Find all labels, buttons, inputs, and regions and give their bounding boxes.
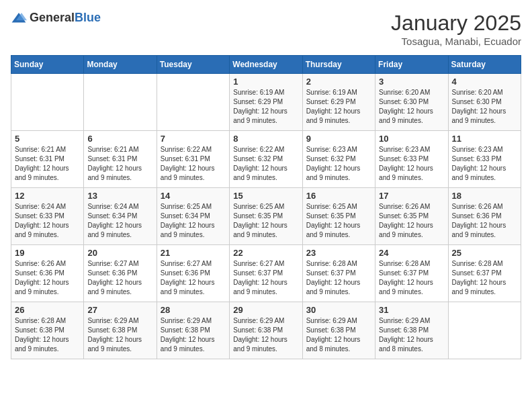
day-info: Sunrise: 6:21 AM Sunset: 6:31 PM Dayligh… <box>15 145 80 183</box>
day-info: Sunrise: 6:28 AM Sunset: 6:38 PM Dayligh… <box>15 316 80 354</box>
day-number: 18 <box>452 191 517 201</box>
calendar-week-4: 19Sunrise: 6:26 AM Sunset: 6:36 PM Dayli… <box>11 245 521 302</box>
calendar-cell: 30Sunrise: 6:29 AM Sunset: 6:38 PM Dayli… <box>302 302 375 359</box>
day-info: Sunrise: 6:27 AM Sunset: 6:36 PM Dayligh… <box>87 259 152 297</box>
day-info: Sunrise: 6:25 AM Sunset: 6:34 PM Dayligh… <box>161 202 226 240</box>
day-info: Sunrise: 6:26 AM Sunset: 6:36 PM Dayligh… <box>452 202 517 240</box>
calendar-cell: 29Sunrise: 6:29 AM Sunset: 6:38 PM Dayli… <box>230 302 302 359</box>
day-info: Sunrise: 6:21 AM Sunset: 6:31 PM Dayligh… <box>87 145 152 183</box>
day-info: Sunrise: 6:20 AM Sunset: 6:30 PM Dayligh… <box>452 88 517 126</box>
day-info: Sunrise: 6:29 AM Sunset: 6:38 PM Dayligh… <box>306 316 371 354</box>
calendar-cell: 28Sunrise: 6:29 AM Sunset: 6:38 PM Dayli… <box>157 302 229 359</box>
calendar-cell: 3Sunrise: 6:20 AM Sunset: 6:30 PM Daylig… <box>375 74 448 131</box>
day-number: 14 <box>161 191 226 201</box>
logo-icon <box>11 11 27 25</box>
day-info: Sunrise: 6:25 AM Sunset: 6:35 PM Dayligh… <box>306 202 371 240</box>
day-info: Sunrise: 6:24 AM Sunset: 6:34 PM Dayligh… <box>87 202 152 240</box>
day-info: Sunrise: 6:25 AM Sunset: 6:35 PM Dayligh… <box>233 202 298 240</box>
day-number: 27 <box>87 305 152 315</box>
header-thursday: Thursday <box>302 56 375 74</box>
day-info: Sunrise: 6:28 AM Sunset: 6:37 PM Dayligh… <box>452 259 517 297</box>
header-tuesday: Tuesday <box>157 56 229 74</box>
day-info: Sunrise: 6:19 AM Sunset: 6:29 PM Dayligh… <box>306 88 371 126</box>
calendar-cell: 23Sunrise: 6:28 AM Sunset: 6:37 PM Dayli… <box>302 245 375 302</box>
logo: GeneralBlue <box>11 11 101 25</box>
day-number: 30 <box>306 305 371 315</box>
day-number: 6 <box>87 134 152 144</box>
day-info: Sunrise: 6:29 AM Sunset: 6:38 PM Dayligh… <box>87 316 152 354</box>
calendar-cell <box>448 302 521 359</box>
day-info: Sunrise: 6:23 AM Sunset: 6:32 PM Dayligh… <box>306 145 371 183</box>
day-number: 4 <box>452 77 517 87</box>
calendar-cell: 5Sunrise: 6:21 AM Sunset: 6:31 PM Daylig… <box>11 131 84 188</box>
day-info: Sunrise: 6:24 AM Sunset: 6:33 PM Dayligh… <box>15 202 80 240</box>
day-number: 13 <box>87 191 152 201</box>
calendar-header-row: SundayMondayTuesdayWednesdayThursdayFrid… <box>11 56 521 74</box>
day-number: 9 <box>306 134 371 144</box>
calendar-cell: 8Sunrise: 6:22 AM Sunset: 6:32 PM Daylig… <box>230 131 302 188</box>
day-info: Sunrise: 6:26 AM Sunset: 6:36 PM Dayligh… <box>15 259 80 297</box>
day-number: 22 <box>233 248 298 258</box>
day-info: Sunrise: 6:22 AM Sunset: 6:31 PM Dayligh… <box>161 145 226 183</box>
calendar-cell: 21Sunrise: 6:27 AM Sunset: 6:36 PM Dayli… <box>157 245 229 302</box>
day-number: 12 <box>15 191 80 201</box>
day-number: 15 <box>233 191 298 201</box>
header-saturday: Saturday <box>448 56 521 74</box>
day-number: 29 <box>233 305 298 315</box>
day-info: Sunrise: 6:27 AM Sunset: 6:37 PM Dayligh… <box>233 259 298 297</box>
calendar-table: SundayMondayTuesdayWednesdayThursdayFrid… <box>11 55 521 359</box>
day-number: 11 <box>452 134 517 144</box>
calendar-cell: 20Sunrise: 6:27 AM Sunset: 6:36 PM Dayli… <box>84 245 157 302</box>
month-title: January 2025 <box>391 11 521 36</box>
day-info: Sunrise: 6:29 AM Sunset: 6:38 PM Dayligh… <box>161 316 226 354</box>
day-number: 5 <box>15 134 80 144</box>
day-info: Sunrise: 6:19 AM Sunset: 6:29 PM Dayligh… <box>233 88 298 126</box>
calendar-cell: 14Sunrise: 6:25 AM Sunset: 6:34 PM Dayli… <box>157 188 229 245</box>
calendar-cell: 4Sunrise: 6:20 AM Sunset: 6:30 PM Daylig… <box>448 74 521 131</box>
calendar-cell: 15Sunrise: 6:25 AM Sunset: 6:35 PM Dayli… <box>230 188 302 245</box>
calendar-cell: 1Sunrise: 6:19 AM Sunset: 6:29 PM Daylig… <box>230 74 302 131</box>
calendar-cell: 26Sunrise: 6:28 AM Sunset: 6:38 PM Dayli… <box>11 302 84 359</box>
calendar-cell: 9Sunrise: 6:23 AM Sunset: 6:32 PM Daylig… <box>302 131 375 188</box>
calendar-cell: 16Sunrise: 6:25 AM Sunset: 6:35 PM Dayli… <box>302 188 375 245</box>
location-subtitle: Tosagua, Manabi, Ecuador <box>391 36 521 47</box>
calendar-week-2: 5Sunrise: 6:21 AM Sunset: 6:31 PM Daylig… <box>11 131 521 188</box>
calendar-cell: 19Sunrise: 6:26 AM Sunset: 6:36 PM Dayli… <box>11 245 84 302</box>
day-number: 2 <box>306 77 371 87</box>
calendar-cell: 12Sunrise: 6:24 AM Sunset: 6:33 PM Dayli… <box>11 188 84 245</box>
calendar-cell <box>84 74 157 131</box>
calendar-cell: 27Sunrise: 6:29 AM Sunset: 6:38 PM Dayli… <box>84 302 157 359</box>
page-header: GeneralBlue January 2025 Tosagua, Manabi… <box>11 11 521 47</box>
day-info: Sunrise: 6:29 AM Sunset: 6:38 PM Dayligh… <box>379 316 444 354</box>
calendar-cell <box>157 74 229 131</box>
day-number: 17 <box>379 191 444 201</box>
calendar-week-3: 12Sunrise: 6:24 AM Sunset: 6:33 PM Dayli… <box>11 188 521 245</box>
calendar-week-5: 26Sunrise: 6:28 AM Sunset: 6:38 PM Dayli… <box>11 302 521 359</box>
calendar-cell: 31Sunrise: 6:29 AM Sunset: 6:38 PM Dayli… <box>375 302 448 359</box>
day-info: Sunrise: 6:23 AM Sunset: 6:33 PM Dayligh… <box>452 145 517 183</box>
day-number: 23 <box>306 248 371 258</box>
title-block: January 2025 Tosagua, Manabi, Ecuador <box>391 11 521 47</box>
day-info: Sunrise: 6:22 AM Sunset: 6:32 PM Dayligh… <box>233 145 298 183</box>
day-number: 28 <box>161 305 226 315</box>
calendar-cell: 25Sunrise: 6:28 AM Sunset: 6:37 PM Dayli… <box>448 245 521 302</box>
header-monday: Monday <box>84 56 157 74</box>
calendar-week-1: 1Sunrise: 6:19 AM Sunset: 6:29 PM Daylig… <box>11 74 521 131</box>
day-info: Sunrise: 6:28 AM Sunset: 6:37 PM Dayligh… <box>379 259 444 297</box>
calendar-cell: 17Sunrise: 6:26 AM Sunset: 6:35 PM Dayli… <box>375 188 448 245</box>
day-info: Sunrise: 6:26 AM Sunset: 6:35 PM Dayligh… <box>379 202 444 240</box>
day-number: 10 <box>379 134 444 144</box>
day-number: 1 <box>233 77 298 87</box>
day-info: Sunrise: 6:28 AM Sunset: 6:37 PM Dayligh… <box>306 259 371 297</box>
header-sunday: Sunday <box>11 56 84 74</box>
day-number: 24 <box>379 248 444 258</box>
day-number: 21 <box>161 248 226 258</box>
calendar-cell <box>11 74 84 131</box>
day-number: 8 <box>233 134 298 144</box>
day-info: Sunrise: 6:20 AM Sunset: 6:30 PM Dayligh… <box>379 88 444 126</box>
calendar-cell: 22Sunrise: 6:27 AM Sunset: 6:37 PM Dayli… <box>230 245 302 302</box>
day-number: 26 <box>15 305 80 315</box>
day-number: 20 <box>87 248 152 258</box>
day-number: 7 <box>161 134 226 144</box>
day-info: Sunrise: 6:27 AM Sunset: 6:36 PM Dayligh… <box>161 259 226 297</box>
